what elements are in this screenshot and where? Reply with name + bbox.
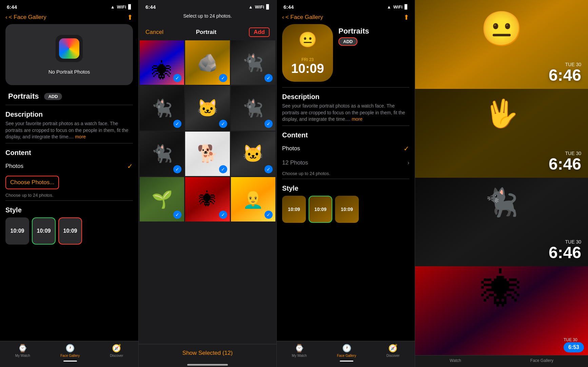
add-badge-1[interactable]: ADD	[44, 93, 62, 100]
watch-icon-1: ⌚	[18, 344, 27, 353]
cat-time: 6:46	[549, 245, 581, 261]
watch-face-homer[interactable]: 😐 TUE 30 6:46	[415, 0, 588, 89]
homer-time: 6:46	[549, 67, 581, 83]
photos-check-1: ✓	[127, 162, 133, 170]
panel-2-screen: 6:44 ▲ WiFi ▊ Select up to 24 photos. Ca…	[138, 0, 277, 367]
face-gallery-icon-3: 🕐	[342, 344, 351, 353]
style-title-1: Style	[5, 206, 133, 214]
homer-day: TUE 30	[549, 62, 581, 67]
style-thumb-3-1[interactable]: 10:09	[282, 196, 306, 223]
signal-icon-2: ▲	[249, 4, 253, 9]
more-link-3[interactable]: more	[352, 116, 362, 122]
style-time-3-3: 10:09	[341, 207, 353, 212]
tab-discover-1[interactable]: 🧭 Discover	[110, 344, 123, 362]
photos-count-row-3[interactable]: 12 Photos ›	[282, 156, 409, 170]
show-selected-button[interactable]: Show Selected (12)	[139, 344, 276, 362]
watch-face-kirk[interactable]: 🖖 TUE 30 6:46	[415, 89, 588, 178]
chevron-left-icon-1: ‹	[5, 14, 7, 21]
panel-1-screen: 6:44 ▲ WiFi ▊ ‹ < Face Gallery ⬆ No Port…	[0, 0, 138, 367]
photo-cell-5[interactable]: 🐱 ✓	[185, 86, 230, 130]
home-indicator-2	[187, 364, 228, 366]
style-time-2: 10:09	[37, 228, 51, 234]
style-title-3: Style	[282, 185, 409, 192]
style-thumb-3-3[interactable]: 10:09	[335, 196, 359, 223]
more-link-1[interactable]: more	[75, 134, 86, 139]
tab-face-gallery-1[interactable]: 🕐 Face Gallery	[60, 344, 80, 362]
tab-my-watch-3[interactable]: ⌚ My Watch	[292, 344, 307, 362]
photo-cell-10[interactable]: 🌱 ✓	[140, 177, 184, 221]
content-title-1: Content	[5, 149, 133, 157]
photo-cell-8[interactable]: 🐕 ✓	[185, 132, 230, 176]
photos-count-label-3: 12 Photos	[282, 159, 308, 166]
photos-check-3: ✓	[404, 144, 409, 153]
style-thumb-2[interactable]: 10:09	[32, 217, 56, 245]
watch-preview-box-1: No Portrait Photos	[5, 24, 133, 85]
battery-icon-1: ▊	[128, 4, 132, 9]
back-button-3[interactable]: ‹ < Face Gallery	[282, 14, 323, 21]
photo-check-2: ✓	[219, 74, 227, 82]
watch-face-spiderman[interactable]: 🕷 TUE 30 6:53	[415, 266, 588, 355]
style-thumb-3-2[interactable]: 10:09	[309, 196, 332, 223]
homer-face-overlay: TUE 30 6:46	[549, 62, 581, 83]
photo-cell-11[interactable]: 🕷 ✓	[185, 177, 230, 221]
spiderman-time: 6:53	[564, 342, 584, 352]
divider-3a	[282, 87, 409, 88]
photos-icon	[59, 38, 79, 59]
status-bar-1: 6:44 ▲ WiFi ▊	[0, 0, 138, 12]
tab-face-gallery-label-3: Face Gallery	[337, 354, 356, 358]
photo-cell-7[interactable]: 🐈‍⬛ ✓	[140, 132, 184, 176]
share-button-3[interactable]: ⬆	[404, 13, 409, 21]
watch-face-section-3: 😐 FRI 23 10:09 Portraits ADD	[282, 24, 409, 82]
photo-grid: 🕷 ✓ 🪨 ✓ 🐈‍⬛ ✓ 🐈‍⬛ ✓ 🐱 ✓	[139, 40, 276, 221]
status-time-3: 6:44	[283, 4, 294, 10]
p2-cancel-button[interactable]: Cancel	[145, 29, 163, 36]
tab-my-watch-1[interactable]: ⌚ My Watch	[15, 344, 30, 362]
content-area-1: No Portrait Photos Portraits ADD Descrip…	[0, 24, 138, 341]
p2-header: Cancel Portrait Add	[139, 23, 276, 40]
photo-cell-12[interactable]: 👨‍🦲 ✓	[231, 177, 275, 221]
nav-back-label-1: < Face Gallery	[9, 14, 46, 21]
tab-my-watch-label-1: My Watch	[15, 354, 30, 358]
p2-add-button[interactable]: Add	[249, 27, 270, 37]
content-area-3: 😐 FRI 23 10:09 Portraits ADD Description…	[277, 24, 415, 341]
no-portrait-text: No Portrait Photos	[48, 69, 90, 75]
p2-title: Portrait	[196, 29, 216, 36]
photo-cell-3[interactable]: 🐈‍⬛ ✓	[231, 40, 275, 85]
choose-photos-button[interactable]: Choose Photos...	[5, 176, 59, 189]
status-time-1: 6:44	[7, 4, 17, 10]
photo-cell-9[interactable]: 🐱 ✓	[231, 132, 275, 176]
choose-hint-3: Choose up to 24 photos.	[282, 171, 409, 176]
battery-icon-3: ▊	[405, 4, 408, 9]
add-badge-3[interactable]: ADD	[338, 37, 357, 46]
cat-face-overlay: TUE 30 6:46	[549, 239, 581, 261]
photo-cell-6[interactable]: 🐈‍⬛ ✓	[231, 86, 275, 130]
tab-discover-3[interactable]: 🧭 Discover	[387, 344, 400, 362]
status-time-2: 6:44	[145, 4, 156, 10]
style-thumbs-1: 10:09 10:09 10:09	[5, 217, 133, 246]
description-title-3: Description	[282, 93, 409, 101]
photo-check-9: ✓	[264, 165, 273, 173]
style-thumb-3[interactable]: 10:09	[58, 217, 82, 245]
panel-4-watch-faces: 😐 TUE 30 6:46 🖖 TUE 30 6:46 🐈‍⬛ TUE 30 6…	[415, 0, 588, 367]
share-button-1[interactable]: ⬆	[127, 13, 133, 21]
photo-cell-1[interactable]: 🕷 ✓	[140, 40, 184, 85]
tab-discover-label-1: Discover	[110, 354, 123, 358]
description-text-1: See your favorite portrait photos as a w…	[5, 120, 133, 140]
watch-face-cat[interactable]: 🐈‍⬛ TUE 30 6:46	[415, 178, 588, 267]
content-title-3: Content	[282, 131, 409, 139]
portraits-header-1: Portraits ADD	[5, 92, 133, 101]
kirk-day: TUE 30	[549, 151, 581, 156]
kirk-face-overlay: TUE 30 6:46	[549, 151, 581, 172]
back-button-1[interactable]: ‹ < Face Gallery	[5, 14, 46, 21]
photo-cell-4[interactable]: 🐈‍⬛ ✓	[140, 86, 184, 130]
photo-check-5: ✓	[219, 120, 227, 128]
divider-1b	[5, 143, 133, 143]
style-thumb-1[interactable]: 10:09	[5, 217, 29, 245]
divider-1a	[5, 105, 133, 105]
photo-cell-2[interactable]: 🪨 ✓	[185, 40, 230, 85]
tab-indicator-3	[340, 361, 353, 362]
tab-face-gallery-3[interactable]: 🕐 Face Gallery	[337, 344, 356, 362]
show-selected-label: Show Selected (12)	[182, 350, 233, 356]
choose-photos-label: Choose Photos...	[10, 179, 54, 186]
tab-discover-label-3: Discover	[387, 354, 400, 358]
